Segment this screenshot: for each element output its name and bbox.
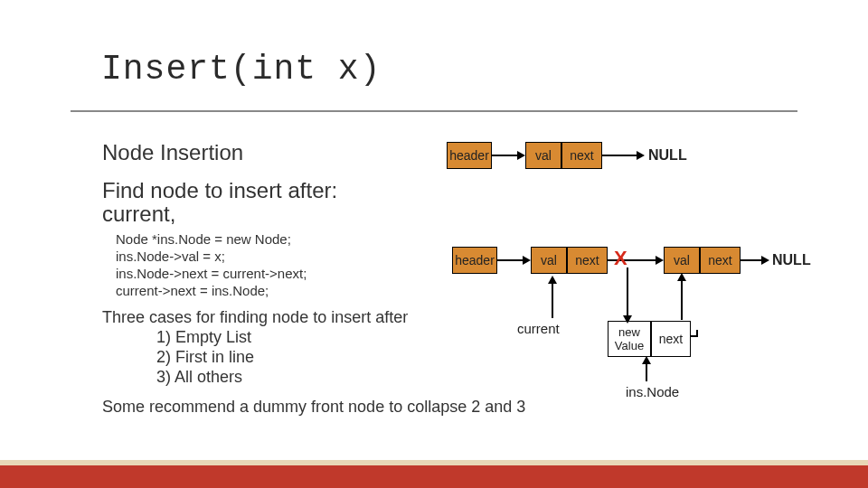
top-arrow-next-to-null: [602, 155, 638, 156]
top-header-box: header: [447, 142, 492, 169]
top-next-box: next: [561, 142, 602, 169]
mid-arrow-header-to-val: [497, 259, 524, 261]
mid-next-box-1: next: [567, 247, 608, 274]
new-value-next-box: next: [651, 321, 691, 357]
up-arrow-line: [681, 279, 683, 320]
mid-val-box-2: val: [664, 247, 700, 274]
slide-title: Insert(int x): [101, 50, 381, 89]
current-arrow-head: [548, 276, 557, 284]
code-line-1: Node *ins.Node = new Node;: [116, 230, 307, 248]
hook-line-v: [696, 330, 698, 337]
case-3: 3) All others: [156, 367, 408, 387]
new-value-box: new Value: [608, 321, 651, 357]
insnode-arrow-head: [642, 356, 651, 364]
mid-arrow-next2-to-null: [741, 259, 763, 261]
mid-arrow-header-to-val-head: [523, 256, 531, 265]
slide: Insert(int x) Node Insertion Find node t…: [0, 0, 868, 488]
top-arrow-next-to-null-head: [637, 151, 645, 160]
recommend-text: Some recommend a dummy front node to col…: [102, 398, 525, 417]
code-line-2: ins.Node->val = x;: [116, 248, 307, 265]
mid-val-box-1: val: [531, 247, 567, 274]
code-line-3: ins.Node->next = current->next;: [116, 265, 307, 282]
cross-mark: X: [614, 247, 627, 270]
subtitle-find-node: Find node to insert after: current,: [102, 179, 337, 226]
mid-null-label: NULL: [772, 252, 811, 268]
top-val-box: val: [525, 142, 561, 169]
insnode-arrow-line: [646, 361, 647, 381]
down-arrow-line: [627, 267, 628, 317]
case-2: 2) First in line: [156, 347, 408, 367]
insnode-label: ins.Node: [626, 384, 679, 399]
top-null-label: NULL: [648, 147, 687, 164]
mid-arrow-next-to-val2-head: [656, 256, 664, 265]
cases-block: Three cases for finding node to insert a…: [102, 307, 408, 387]
mid-next-box-2: next: [700, 247, 741, 274]
divider: [71, 110, 797, 112]
top-arrow-header-to-val-head: [517, 151, 525, 160]
down-arrow-head: [623, 315, 632, 324]
code-block: Node *ins.Node = new Node; ins.Node->val…: [116, 230, 307, 299]
current-label: current: [517, 321, 560, 336]
case-1: 1) Empty List: [156, 327, 408, 347]
code-line-4: current->next = ins.Node;: [116, 282, 307, 299]
footer-bar: [0, 465, 868, 488]
subtitle-line1: Find node to insert after:: [102, 178, 337, 202]
cases-header: Three cases for finding node to insert a…: [102, 307, 408, 327]
top-arrow-header-to-val: [492, 155, 519, 156]
current-arrow-line: [552, 282, 553, 318]
subtitle-line2: current,: [102, 202, 175, 226]
mid-arrow-next2-to-null-head: [761, 256, 769, 265]
up-arrow-head: [677, 273, 686, 281]
mid-header-box: header: [452, 247, 497, 274]
subtitle-node-insertion: Node Insertion: [102, 140, 243, 165]
